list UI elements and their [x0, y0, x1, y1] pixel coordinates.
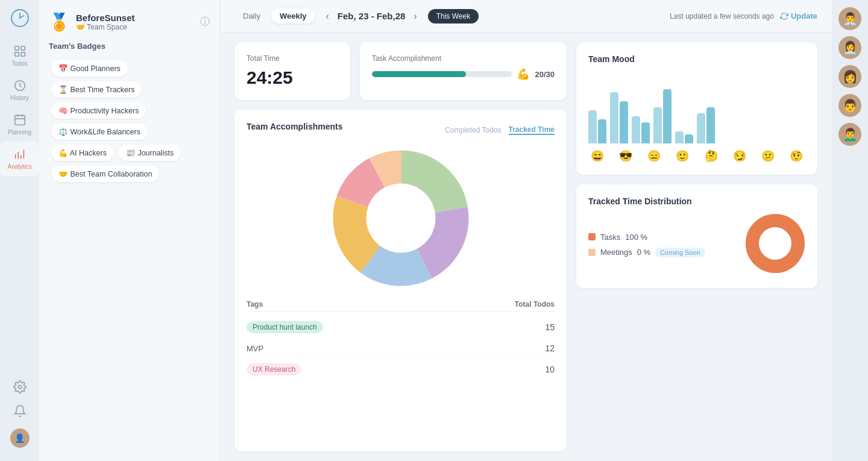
content-area: Total Time 24:25 Task Accomplishment 💪 2… — [220, 33, 832, 461]
tag-row: MVP12 — [247, 339, 555, 359]
total-time-value: 24:25 — [247, 67, 338, 88]
completed-todos-toggle[interactable]: Completed Todos — [445, 125, 501, 135]
progress-bar-container: 💪 20/30 — [372, 67, 555, 81]
period-toggle: Daily Weekly — [234, 8, 315, 24]
mood-emoji: 😎 — [619, 149, 632, 163]
meetings-legend-item: Meetings 0 % Coming Soon — [588, 248, 705, 257]
mood-bar-dark — [663, 89, 671, 143]
sidebar-item-todos-label: Todos — [11, 60, 28, 67]
left-navigation: Todos History Planning Analytics 👤 — [0, 0, 39, 461]
mood-bar-light — [632, 116, 640, 143]
team-member-avatar[interactable]: 👩 — [838, 65, 861, 88]
right-column: Team Mood 😄😎😑🙂🤔😏😕🤨 Tracked Time Distribu… — [576, 42, 817, 451]
donut-chart — [329, 146, 473, 290]
team-mood-card: Team Mood 😄😎😑🙂🤔😏😕🤨 — [576, 42, 817, 175]
mood-bar-group — [653, 89, 671, 143]
tag-chip: UX Research — [247, 363, 301, 375]
team-mood-title: Team Mood — [588, 54, 805, 64]
accomplishments-toggle: Completed Todos Tracked Time — [445, 125, 555, 135]
mood-bar-light — [588, 110, 597, 143]
user-avatar[interactable]: 👤 — [10, 428, 30, 448]
metrics-row: Total Time 24:25 Task Accomplishment 💪 2… — [234, 42, 567, 100]
meetings-percent: 0 % — [637, 248, 650, 257]
mood-emoji: 🙂 — [676, 149, 689, 163]
mood-bar-group — [632, 116, 650, 143]
sidebar-item-analytics[interactable]: Analytics — [0, 142, 39, 176]
svg-rect-3 — [14, 52, 18, 56]
tracked-time-toggle[interactable]: Tracked Time — [509, 125, 555, 135]
mood-bar-light — [697, 113, 705, 143]
distribution-content: Tasks 100 % Meetings 0 % Coming Soon — [588, 213, 805, 276]
team-member-avatar[interactable]: 👨‍💼 — [838, 7, 861, 30]
this-week-button[interactable]: This Week — [428, 9, 479, 24]
task-accomplishment-label: Task Accomplishment — [372, 54, 555, 63]
badge-item[interactable]: ⌛ Best Time Trackers — [51, 81, 142, 98]
task-accomplishment-card: Task Accomplishment 💪 20/30 — [360, 42, 567, 100]
mood-bar-light — [675, 131, 684, 143]
team-member-avatar[interactable]: 👨‍🦱 — [838, 123, 861, 146]
svg-point-16 — [368, 185, 434, 251]
team-name: BeforeSunset — [76, 13, 135, 23]
badge-item[interactable]: 📅 Good Planners — [51, 60, 128, 77]
svg-point-7 — [18, 385, 22, 389]
mood-bar-dark — [706, 107, 715, 143]
badge-item[interactable]: ⚖️ Work&Life Balancers — [51, 124, 148, 140]
notifications-icon[interactable] — [13, 404, 27, 420]
mood-bar-group — [675, 131, 693, 143]
mood-bar-light — [610, 92, 618, 143]
badges-title: Team's Badges — [49, 42, 210, 51]
mood-bar-dark — [598, 119, 606, 143]
mood-bar-dark — [685, 134, 693, 143]
badges-panel: 🏅 BeforeSunset 🤝 Team Space ⓘ Team's Bad… — [39, 0, 220, 461]
team-icon: 🏅 — [49, 12, 70, 32]
team-info: 🏅 BeforeSunset 🤝 Team Space — [49, 12, 135, 32]
distribution-title: Tracked Time Distribution — [588, 196, 805, 206]
distribution-legend: Tasks 100 % Meetings 0 % Coming Soon — [588, 233, 705, 257]
donut-chart-container — [247, 146, 555, 290]
tag-chip: Product hunt launch — [247, 321, 323, 333]
sidebar-item-history[interactable]: History — [0, 73, 39, 107]
tag-row: UX Research10 — [247, 359, 555, 381]
team-member-avatar[interactable]: 👩‍💼 — [838, 36, 861, 59]
mood-emojis: 😄😎😑🙂🤔😏😕🤨 — [588, 149, 805, 163]
badge-item[interactable]: 💪 AI Hackers — [51, 145, 114, 161]
mood-emoji: 😄 — [591, 149, 604, 163]
svg-rect-4 — [20, 52, 24, 56]
prev-date-button[interactable]: ‹ — [322, 10, 332, 23]
tags-col-header: Tags — [247, 300, 263, 309]
badge-item[interactable]: 🤝 Best Team Collaboration — [51, 166, 159, 182]
date-navigation: ‹ Feb, 23 - Feb,28 › — [322, 10, 420, 23]
app-logo — [9, 7, 31, 29]
svg-rect-2 — [20, 46, 24, 50]
mood-emoji: 😏 — [733, 149, 746, 163]
mood-bar-light — [653, 107, 662, 143]
team-member-avatar[interactable]: 👨 — [838, 94, 861, 117]
progress-fill — [372, 71, 466, 77]
tag-count: 10 — [545, 365, 555, 374]
mood-emoji: 🤨 — [790, 149, 803, 163]
badge-item[interactable]: 📰 Journalists — [119, 145, 181, 161]
tags-header: Tags Total Todos — [247, 298, 555, 312]
right-users-panel: 👨‍💼👩‍💼👩👨👨‍🦱 — [832, 0, 868, 461]
mood-emoji: 😕 — [761, 149, 775, 163]
mood-bar-group — [588, 110, 606, 143]
mood-bar-dark — [620, 101, 628, 143]
daily-button[interactable]: Daily — [234, 8, 269, 24]
topbar: Daily Weekly ‹ Feb, 23 - Feb,28 › This W… — [220, 0, 832, 33]
mood-chart — [588, 71, 805, 143]
tasks-label: Tasks — [600, 233, 620, 242]
sidebar-item-history-label: History — [10, 95, 29, 101]
sidebar-item-todos[interactable]: Todos — [0, 39, 39, 73]
badge-item[interactable]: 🧠 Productivity Hackers — [51, 102, 146, 119]
team-space: 🤝 Team Space — [76, 23, 135, 31]
weekly-button[interactable]: Weekly — [271, 8, 315, 24]
todos-col-header: Total Todos — [515, 300, 555, 309]
next-date-button[interactable]: › — [410, 10, 420, 23]
update-button[interactable]: Update — [780, 11, 817, 20]
sidebar-item-planning[interactable]: Planning — [0, 107, 39, 142]
settings-icon[interactable] — [13, 380, 27, 396]
info-icon[interactable]: ⓘ — [200, 16, 210, 28]
date-range-label: Feb, 23 - Feb,28 — [338, 11, 406, 21]
mood-bar-group — [697, 107, 715, 143]
total-time-label: Total Time — [247, 54, 338, 63]
